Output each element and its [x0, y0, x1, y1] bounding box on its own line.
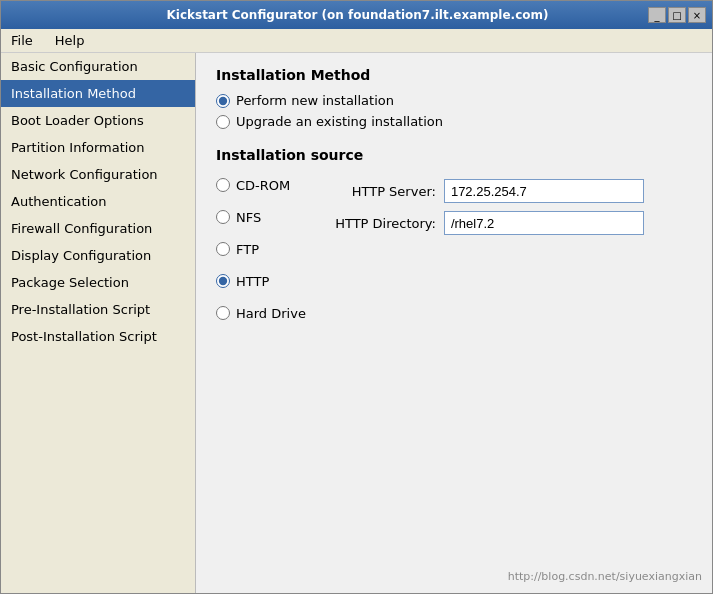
- hard-drive-label[interactable]: Hard Drive: [236, 306, 306, 321]
- main-window: Kickstart Configurator (on foundation7.i…: [0, 0, 713, 594]
- http-server-row: HTTP Server:: [326, 179, 644, 203]
- sidebar-item-post-installation-script[interactable]: Post-Installation Script: [1, 323, 195, 350]
- cdrom-label[interactable]: CD-ROM: [236, 178, 290, 193]
- perform-new-row: Perform new installation: [216, 93, 692, 108]
- upgrade-existing-radio[interactable]: [216, 115, 230, 129]
- ftp-radio[interactable]: [216, 242, 230, 256]
- source-layout: CD-ROM NFS FTP HTTP: [216, 173, 692, 325]
- ftp-label[interactable]: FTP: [236, 242, 259, 257]
- sidebar-item-firewall-configuration[interactable]: Firewall Configuration: [1, 215, 195, 242]
- title-bar: Kickstart Configurator (on foundation7.i…: [1, 1, 712, 29]
- menu-help[interactable]: Help: [49, 31, 91, 50]
- maximize-button[interactable]: □: [668, 7, 686, 23]
- sidebar-item-package-selection[interactable]: Package Selection: [1, 269, 195, 296]
- sidebar-item-basic-configuration[interactable]: Basic Configuration: [1, 53, 195, 80]
- http-label[interactable]: HTTP: [236, 274, 269, 289]
- ftp-row: FTP: [216, 237, 306, 261]
- upgrade-existing-label[interactable]: Upgrade an existing installation: [236, 114, 443, 129]
- http-server-label: HTTP Server:: [326, 184, 436, 199]
- main-area: Basic Configuration Installation Method …: [1, 53, 712, 593]
- http-directory-input[interactable]: [444, 211, 644, 235]
- sidebar-item-network-configuration[interactable]: Network Configuration: [1, 161, 195, 188]
- http-server-input[interactable]: [444, 179, 644, 203]
- sidebar-item-authentication[interactable]: Authentication: [1, 188, 195, 215]
- installation-type-group: Perform new installation Upgrade an exis…: [216, 93, 692, 129]
- hard-drive-row: Hard Drive: [216, 301, 306, 325]
- sidebar-item-partition-information[interactable]: Partition Information: [1, 134, 195, 161]
- window-title: Kickstart Configurator (on foundation7.i…: [67, 8, 648, 22]
- cdrom-radio[interactable]: [216, 178, 230, 192]
- sidebar-item-display-configuration[interactable]: Display Configuration: [1, 242, 195, 269]
- content-area: Installation Method Perform new installa…: [196, 53, 712, 593]
- http-radio[interactable]: [216, 274, 230, 288]
- minimize-button[interactable]: _: [648, 7, 666, 23]
- hard-drive-radio[interactable]: [216, 306, 230, 320]
- sidebar: Basic Configuration Installation Method …: [1, 53, 196, 593]
- upgrade-existing-row: Upgrade an existing installation: [216, 114, 692, 129]
- perform-new-radio[interactable]: [216, 94, 230, 108]
- http-directory-row: HTTP Directory:: [326, 211, 644, 235]
- server-fields: HTTP Server: HTTP Directory:: [326, 179, 644, 325]
- sidebar-item-installation-method[interactable]: Installation Method: [1, 80, 195, 107]
- nfs-label[interactable]: NFS: [236, 210, 261, 225]
- cdrom-row: CD-ROM: [216, 173, 306, 197]
- close-button[interactable]: ×: [688, 7, 706, 23]
- nfs-row: NFS: [216, 205, 306, 229]
- nfs-radio[interactable]: [216, 210, 230, 224]
- menu-file[interactable]: File: [5, 31, 39, 50]
- source-radios: CD-ROM NFS FTP HTTP: [216, 173, 306, 325]
- perform-new-label[interactable]: Perform new installation: [236, 93, 394, 108]
- sidebar-item-pre-installation-script[interactable]: Pre-Installation Script: [1, 296, 195, 323]
- http-directory-label: HTTP Directory:: [326, 216, 436, 231]
- watermark: http://blog.csdn.net/siyuexiangxian: [508, 570, 702, 583]
- window-controls: _ □ ×: [648, 7, 706, 23]
- installation-method-title: Installation Method: [216, 67, 692, 83]
- installation-source-section: Installation source CD-ROM NFS: [216, 147, 692, 325]
- menu-bar: File Help: [1, 29, 712, 53]
- installation-source-title: Installation source: [216, 147, 692, 163]
- sidebar-item-boot-loader-options[interactable]: Boot Loader Options: [1, 107, 195, 134]
- http-row: HTTP: [216, 269, 306, 293]
